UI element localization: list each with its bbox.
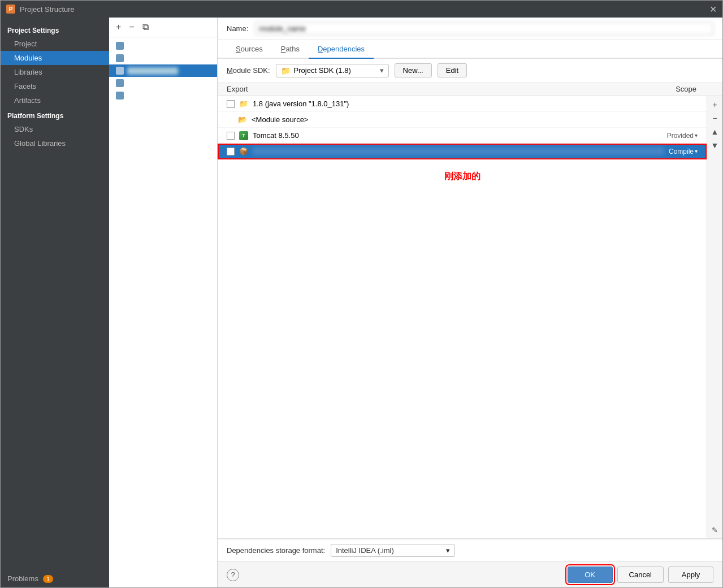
apply-button[interactable]: Apply: [668, 567, 713, 583]
jdk-icon: 📁: [239, 100, 248, 109]
remove-dep-button[interactable]: −: [709, 112, 721, 124]
name-bar: Name:: [218, 18, 722, 40]
module-icon-1: [116, 42, 124, 50]
module-item-2[interactable]: [109, 52, 217, 64]
new-dep-icon: 📦: [239, 147, 248, 156]
sdk-label: Module SDK:: [227, 66, 270, 75]
dep-checkbox-jdk[interactable]: [227, 100, 235, 108]
dep-name-tomcat: Tomcat 8.5.50: [253, 131, 663, 140]
new-sdk-button[interactable]: New...: [395, 63, 432, 77]
cancel-button[interactable]: Cancel: [617, 567, 664, 583]
deps-list: 📁 1.8 (java version "1.8.0_131") 📂 <Modu…: [218, 96, 707, 538]
module-name-1: [127, 42, 184, 50]
chevron-down-icon: ▾: [695, 148, 698, 154]
module-icon-2: [116, 54, 124, 62]
titlebar-left: P Project Structure: [6, 5, 75, 14]
storage-value: IntelliJ IDEA (.iml): [336, 546, 394, 555]
export-header: Export: [227, 85, 248, 93]
tab-paths[interactable]: Paths: [272, 40, 309, 59]
titlebar-title: Project Structure: [20, 5, 75, 14]
sidebar-problems[interactable]: Problems 1: [1, 570, 109, 587]
sidebar-item-sdks[interactable]: SDKs: [1, 122, 109, 136]
sidebar-item-facets[interactable]: Facets: [1, 79, 109, 93]
module-item-5[interactable]: [109, 89, 217, 102]
close-button[interactable]: ✕: [709, 4, 717, 15]
name-label: Name:: [227, 24, 248, 33]
tab-dependencies[interactable]: Dependencies: [309, 40, 374, 59]
add-dep-button[interactable]: +: [709, 98, 721, 111]
dep-item-jdk[interactable]: 📁 1.8 (java version "1.8.0_131"): [218, 96, 707, 112]
module-source-icon: 📂: [238, 115, 247, 124]
tomcat-icon: T: [239, 131, 248, 140]
problems-badge: 1: [43, 575, 53, 583]
module-panel: + − ⧉: [109, 18, 218, 587]
dep-checkbox-tomcat[interactable]: [227, 132, 235, 140]
dep-item-tomcat[interactable]: T Tomcat 8.5.50 Provided ▾: [218, 128, 707, 144]
dep-checkbox-new[interactable]: [227, 148, 235, 155]
project-settings-header: Project Settings: [1, 22, 109, 37]
module-item-1[interactable]: [109, 40, 217, 52]
sidebar-item-libraries[interactable]: Libraries: [1, 65, 109, 79]
dep-item-new[interactable]: 📦 Compile ▾: [218, 144, 707, 159]
edit-dep-button[interactable]: ✎: [709, 524, 721, 536]
dep-scope-tomcat[interactable]: Provided ▾: [667, 132, 698, 140]
module-name-2: [127, 55, 189, 62]
dep-name-jdk: 1.8 (java version "1.8.0_131"): [253, 100, 698, 108]
tabs-bar: SSourcesources Paths Dependencies: [218, 40, 722, 59]
module-item-4[interactable]: [109, 77, 217, 89]
storage-label: Dependencies storage format:: [227, 546, 325, 555]
module-toolbar: + − ⧉: [109, 18, 217, 37]
sidebar-item-modules[interactable]: Modules: [1, 51, 109, 65]
module-icon-4: [116, 79, 124, 87]
dependencies-content: Module SDK: 📁 Project SDK (1.8) ▾ New...…: [218, 59, 722, 561]
copy-module-button[interactable]: ⧉: [140, 21, 151, 33]
folder-icon: 📁: [281, 66, 291, 75]
name-input[interactable]: [255, 22, 713, 35]
sdk-row: Module SDK: 📁 Project SDK (1.8) ▾ New...…: [218, 59, 722, 83]
module-item-3[interactable]: [109, 64, 217, 77]
tab-sources[interactable]: SSourcesources: [227, 40, 272, 59]
sidebar: Project Settings Project Modules Librari…: [1, 18, 109, 587]
sidebar-item-artifacts[interactable]: Artifacts: [1, 93, 109, 107]
sidebar-item-global-libraries[interactable]: Global Libraries: [1, 136, 109, 150]
scroll-up-button[interactable]: ▲: [709, 126, 721, 138]
help-button[interactable]: ?: [227, 569, 239, 581]
module-name-5: [127, 92, 161, 100]
module-icon-3: [116, 67, 124, 75]
bottom-bar: ? OK Cancel Apply: [218, 561, 722, 587]
titlebar: P Project Structure ✕: [1, 1, 722, 18]
ok-button[interactable]: OK: [568, 567, 613, 583]
deps-list-wrapper: 📁 1.8 (java version "1.8.0_131") 📂 <Modu…: [218, 96, 722, 539]
scroll-down-button[interactable]: ▼: [709, 139, 721, 152]
dep-scope-new[interactable]: Compile ▾: [669, 148, 698, 155]
chevron-down-icon: ▾: [380, 66, 384, 75]
dep-item-module-source[interactable]: 📂 <Module source>: [218, 112, 707, 128]
platform-settings-header: Platform Settings: [1, 107, 109, 122]
sdk-value: Project SDK (1.8): [294, 66, 351, 75]
deps-table-header: Export Scope: [218, 83, 722, 96]
add-module-button[interactable]: +: [114, 21, 123, 33]
remove-module-button[interactable]: −: [127, 21, 136, 33]
storage-bar: Dependencies storage format: IntelliJ ID…: [218, 539, 722, 561]
module-icon-5: [116, 92, 124, 100]
module-name-4: [127, 80, 172, 87]
dep-name-new: [253, 148, 664, 155]
scope-header: Scope: [676, 85, 696, 93]
right-panel: Name: SSourcesources Paths Dependencies: [218, 18, 722, 587]
dep-name-module-source: <Module source>: [252, 115, 698, 124]
chevron-down-icon: ▾: [446, 546, 450, 555]
side-buttons: + − ▲ ▼ ✎: [707, 96, 722, 538]
sdk-select-dropdown[interactable]: 📁 Project SDK (1.8) ▾: [276, 64, 389, 77]
app-icon: P: [6, 5, 15, 14]
sidebar-item-project[interactable]: Project: [1, 37, 109, 51]
annotation-text: 刚添加的: [218, 159, 707, 194]
edit-sdk-button[interactable]: Edit: [438, 63, 467, 77]
main-content: Project Settings Project Modules Librari…: [1, 18, 722, 587]
chevron-down-icon: ▾: [695, 132, 698, 139]
module-list: [109, 37, 217, 587]
module-name-3: [127, 67, 178, 75]
project-structure-window: P Project Structure ✕ Project Settings P…: [0, 0, 723, 588]
storage-select-dropdown[interactable]: IntelliJ IDEA (.iml) ▾: [331, 544, 455, 557]
